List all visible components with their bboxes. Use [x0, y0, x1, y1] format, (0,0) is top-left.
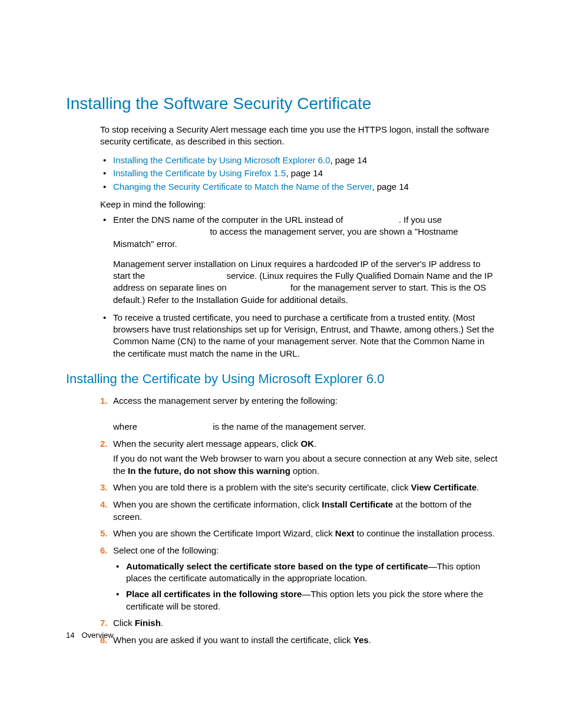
- bold-text: OK: [300, 439, 314, 449]
- step-item: Click Finish.: [100, 617, 498, 630]
- step-text: Select one of the following:: [113, 545, 219, 555]
- step-item: When you are shown the Certificate Impor…: [100, 528, 498, 540]
- step-text: Click: [113, 618, 135, 628]
- main-heading: Installing the Software Security Certifi…: [66, 94, 498, 113]
- step-text: .: [314, 439, 316, 449]
- notes-list: Enter the DNS name of the computer in th…: [100, 214, 498, 360]
- steps-list: Access the management server by entering…: [100, 395, 498, 647]
- bold-text: Automatically select the certificate sto…: [126, 561, 428, 571]
- step-text: to continue the installation process.: [354, 528, 494, 538]
- toc-list: Installing the Certificate by Using Micr…: [100, 154, 498, 194]
- sub-heading: Installing the Certificate by Using Micr…: [66, 371, 498, 387]
- step-text: .: [477, 482, 479, 492]
- sub-option: Automatically select the certificate sto…: [113, 561, 498, 585]
- intro-paragraph: To stop receiving a Security Alert messa…: [100, 124, 498, 148]
- step-item: When you are shown the certificate infor…: [100, 499, 498, 523]
- toc-suffix: , page 14: [286, 168, 323, 178]
- page-number: 14: [66, 631, 74, 640]
- bold-text: In the future, do not show this warning: [128, 466, 290, 476]
- note-paragraph: Management server installation on Linux …: [113, 258, 498, 306]
- sub-options: Automatically select the certificate sto…: [113, 561, 498, 613]
- toc-suffix: , page 14: [372, 182, 409, 192]
- step-text: When you are shown the certificate infor…: [113, 499, 322, 509]
- bold-text: Place all certificates in the following …: [126, 589, 302, 599]
- note-item: Enter the DNS name of the computer in th…: [100, 214, 498, 306]
- toc-item: Changing the Security Certificate to Mat…: [100, 180, 498, 194]
- step-item: Access the management server by entering…: [100, 395, 498, 433]
- step-text: When you are told there is a problem wit…: [113, 482, 411, 492]
- bold-text: Finish: [135, 618, 161, 628]
- note-text: to access the management server, you are…: [113, 226, 458, 248]
- note-item: To receive a trusted certificate, you ne…: [100, 312, 498, 360]
- toc-item: Installing the Certificate by Using Micr…: [100, 154, 498, 167]
- section-name: Overview: [81, 631, 113, 640]
- toc-link[interactable]: Installing the Certificate by Using Fire…: [113, 168, 286, 178]
- step-text: .: [161, 618, 163, 628]
- step-text: is the name of the management server.: [210, 421, 366, 431]
- step-text: Access the management server by entering…: [113, 396, 338, 406]
- sub-option: Place all certificates in the following …: [113, 588, 498, 612]
- toc-item: Installing the Certificate by Using Fire…: [100, 167, 498, 180]
- note-text: Enter the DNS name of the computer in th…: [113, 215, 346, 225]
- step-text: When you are shown the Certificate Impor…: [113, 528, 335, 538]
- step-text: where: [113, 421, 140, 431]
- toc-suffix: , page 14: [330, 155, 368, 165]
- step-text: .: [369, 635, 371, 645]
- bold-text: View Certificate: [411, 482, 477, 492]
- bold-text: Next: [335, 528, 355, 538]
- step-subtext: If you do not want the Web browser to wa…: [113, 453, 498, 477]
- step-text: option.: [290, 466, 319, 476]
- note-text: . If you use: [399, 215, 442, 225]
- toc-link[interactable]: Changing the Security Certificate to Mat…: [113, 182, 372, 192]
- toc-link[interactable]: Installing the Certificate by Using Micr…: [113, 155, 330, 165]
- step-text: When you are asked if you want to instal…: [113, 635, 353, 645]
- step-subtext: where is the name of the management serv…: [113, 421, 498, 433]
- step-item: When the security alert message appears,…: [100, 438, 498, 477]
- keep-in-mind: Keep in mind the following:: [100, 199, 498, 209]
- step-item: When you are asked if you want to instal…: [100, 634, 498, 647]
- step-item: Select one of the following: Automatical…: [100, 545, 498, 612]
- bold-text: Install Certificate: [322, 499, 393, 509]
- step-item: When you are told there is a problem wit…: [100, 482, 498, 494]
- page-footer: 14Overview: [66, 631, 114, 640]
- bold-text: Yes: [353, 635, 369, 645]
- page-content: Installing the Software Security Certifi…: [0, 0, 562, 647]
- step-text: When the security alert message appears,…: [113, 439, 300, 449]
